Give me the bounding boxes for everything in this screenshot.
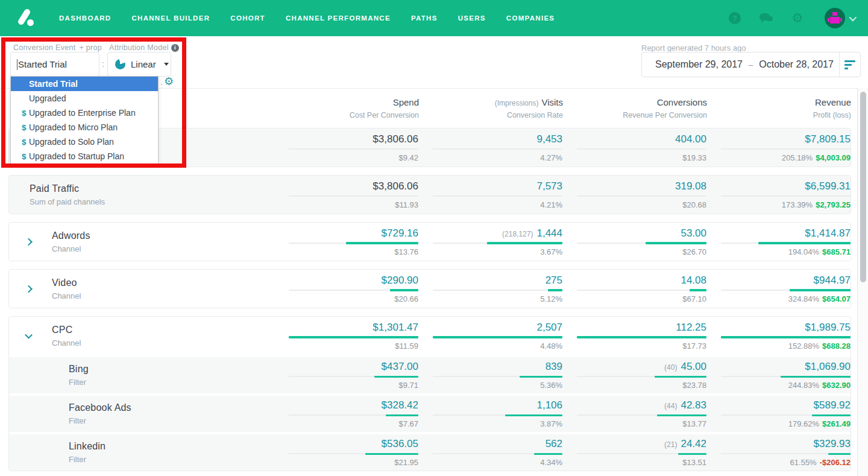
metric-value-link[interactable]: $589.92 — [721, 399, 851, 411]
expand-chevron-icon[interactable] — [25, 285, 33, 293]
nav-item[interactable]: CHANNEL PERFORMANCE — [286, 14, 391, 22]
settings-gear-icon[interactable]: ⚙ — [791, 11, 804, 25]
metric-cell: $437.00 $9.71 — [289, 361, 418, 390]
dropdown-option[interactable]: $ Upgraded to Solo Plan — [11, 135, 158, 149]
metric-value: 45.00 — [681, 361, 706, 372]
metric-value: $290.90 — [382, 274, 418, 286]
table-row[interactable]: Linkedin Filter $536.05 $21.95 562 4.34%… — [9, 432, 851, 471]
row-name-cell: Paid Traffic Sum of paid channels — [9, 176, 274, 214]
dollar-icon: $ — [22, 109, 27, 118]
metric-value-link[interactable]: $329.93 — [721, 438, 851, 450]
nav-item[interactable]: COMPANIES — [506, 14, 555, 22]
filter-icon[interactable] — [840, 60, 860, 69]
metric-value-link[interactable]: 275 — [433, 274, 562, 287]
attribution-model-select[interactable]: Linear — [107, 52, 171, 77]
table-row[interactable]: Paid Traffic Sum of paid channels $3,806… — [9, 176, 851, 214]
metric-cell: $3,806.06 $9.42 — [289, 133, 418, 162]
metric-value-link[interactable]: 839 — [433, 361, 562, 373]
metric-sub-value: $26.70 — [682, 247, 706, 256]
dropdown-option[interactable]: $ Upgraded to Micro Plan — [11, 120, 158, 135]
metric-value-link[interactable]: 404.00 — [577, 133, 706, 145]
metric-sub-value: 5.12% — [540, 294, 562, 303]
metric-value-link[interactable]: (218,127)1,444 — [433, 227, 562, 240]
metric-value-link[interactable]: $944.97 — [721, 274, 851, 287]
metric-sub: 3.67% — [433, 247, 562, 256]
row-title: Bing — [69, 364, 274, 375]
table-row[interactable]: Adwords Channel $729.16 $13.76 (218,127)… — [9, 223, 851, 261]
metric-value-link[interactable]: (44)42.83 — [577, 399, 706, 411]
metric-value-link[interactable]: $729.16 — [289, 227, 418, 240]
metric-value-link[interactable]: (21)24.42 — [577, 438, 706, 450]
add-prop-link[interactable]: + prop — [79, 43, 102, 52]
metric-value-link[interactable]: $437.00 — [289, 361, 418, 373]
metric-sub-value: 61.55% — [790, 458, 817, 467]
table-row[interactable]: Video Channel $290.90 $20.66 275 5.12% 1… — [9, 270, 851, 308]
info-icon[interactable]: i — [171, 44, 179, 52]
metric-sub: 5.12% — [433, 294, 562, 303]
scrollbar-thumb[interactable] — [860, 92, 866, 282]
row-settings-gear-icon[interactable]: ⚙ — [164, 75, 174, 87]
table-row[interactable]: Bing Filter $437.00 $9.71 839 5.36% (40)… — [9, 355, 851, 393]
column-header-title: Spend — [393, 97, 419, 107]
row-name-cell: Adwords Channel — [9, 223, 274, 261]
dropdown-option[interactable]: $ Upgraded to Startup Plan — [11, 149, 158, 163]
conversion-event-input[interactable]: Started Trial — [10, 52, 99, 77]
app-logo[interactable] — [16, 8, 36, 28]
metric-value-link[interactable]: 1,106 — [433, 399, 562, 411]
metric-value-link[interactable]: 319.08 — [577, 180, 706, 192]
metric-value-link[interactable]: $7,809.15 — [721, 133, 851, 145]
user-menu[interactable] — [825, 8, 855, 28]
chat-icon[interactable] — [760, 11, 773, 25]
metric-bar — [781, 376, 851, 378]
nav-item[interactable]: USERS — [458, 14, 486, 22]
metric-value-link[interactable]: 562 — [433, 438, 562, 450]
top-nav: DASHBOARDCHANNEL BUILDERCOHORTCHANNEL PE… — [0, 0, 868, 36]
nav-item[interactable]: DASHBOARD — [59, 14, 111, 22]
dropdown-option[interactable]: $ Started Trial — [11, 77, 158, 91]
metric-value-link[interactable]: $290.90 — [289, 274, 418, 287]
date-range-picker[interactable]: September 29, 2017 – October 28, 2017 — [641, 52, 861, 77]
metric-value-link[interactable]: $328.42 — [289, 399, 418, 411]
dropdown-option[interactable]: $ Upgraded to Enterprise Plan — [11, 106, 158, 120]
help-icon[interactable]: ? — [728, 11, 741, 25]
metric-value-link[interactable]: (40)45.00 — [577, 361, 706, 373]
table-row[interactable]: Facebook Ads Filter $328.42 $7.67 1,106 … — [9, 393, 851, 432]
metric-value: 839 — [546, 361, 562, 372]
metric-profit: $632.90 — [822, 381, 851, 390]
metric-value-link[interactable]: $1,301.47 — [289, 322, 418, 334]
row-subtitle: Channel — [52, 244, 274, 253]
vertical-scrollbar[interactable] — [857, 88, 868, 476]
table-row[interactable]: CPC Channel $1,301.47 $11.59 2,507 4.48%… — [9, 317, 851, 355]
metric-sub-value: $11.59 — [395, 341, 418, 351]
nav-item[interactable]: PATHS — [411, 14, 438, 22]
dropdown-option[interactable]: $ Upgraded — [11, 91, 158, 106]
metric-sub-value: $21.95 — [394, 458, 418, 467]
expand-chevron-icon[interactable] — [25, 331, 33, 338]
nav-item[interactable]: CHANNEL BUILDER — [131, 14, 210, 22]
metric-value-link[interactable]: 14.08 — [577, 274, 706, 287]
metric-value-link[interactable]: $1,989.75 — [721, 322, 851, 334]
metric-value-link[interactable]: $6,599.31 — [721, 180, 851, 192]
metric-value-link[interactable]: 112.25 — [577, 322, 706, 334]
metric-value: 9,453 — [536, 133, 562, 145]
date-separator: – — [749, 60, 753, 69]
column-header-title: Conversions — [657, 97, 707, 107]
metric-sub: 244.83%$632.90 — [721, 381, 851, 390]
nav-item[interactable]: COHORT — [230, 14, 265, 22]
metric-value-link[interactable]: 2,507 — [433, 322, 562, 334]
metric-bar-track — [433, 414, 562, 416]
metric-value-link[interactable]: $1,069.90 — [721, 361, 851, 373]
metric-value-link[interactable]: $1,414.87 — [721, 227, 851, 240]
metric-cell: 9,453 4.27% — [433, 133, 562, 162]
metric-value-link[interactable]: $536.05 — [289, 438, 418, 450]
metric-bar — [548, 289, 562, 291]
metric-value-link[interactable]: 7,573 — [433, 180, 562, 192]
column-header-sub: Cost Per Conversion — [289, 111, 419, 119]
metric-bar-track — [289, 195, 418, 197]
metric-cell: $729.16 $13.76 — [289, 227, 418, 256]
expand-chevron-icon[interactable] — [25, 238, 33, 246]
metric-value-link[interactable]: 53.00 — [577, 227, 706, 240]
metric-cell: 14.08 $67.10 — [577, 274, 706, 303]
metric-cell: $1,989.75 152.88%$688.28 — [721, 322, 851, 351]
metric-value-link[interactable]: 9,453 — [433, 133, 562, 145]
